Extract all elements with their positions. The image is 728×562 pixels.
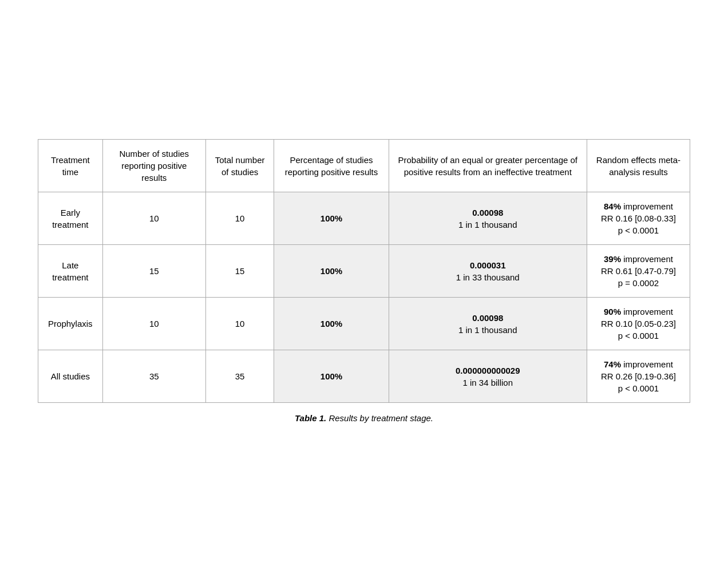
- col-header-meta: Random effects meta-analysis results: [587, 140, 690, 192]
- caption-text: Results by treatment stage.: [329, 413, 433, 423]
- cell-treatment: Prophylaxis: [38, 298, 103, 350]
- cell-meta-analysis: 39% improvementRR 0.61 [0.47-0.79]p = 0.…: [587, 245, 690, 298]
- cell-percentage: 100%: [274, 245, 389, 298]
- col-header-probability: Probability of an equal or greater perce…: [389, 140, 587, 192]
- cell-percentage: 100%: [274, 350, 389, 403]
- cell-percentage: 100%: [274, 298, 389, 350]
- cell-positive-studies: 10: [102, 298, 205, 350]
- table-row: Early treatment1010100%0.000981 in 1 tho…: [38, 192, 690, 245]
- cell-treatment: All studies: [38, 350, 103, 403]
- cell-total-studies: 35: [205, 350, 274, 403]
- cell-treatment: Late treatment: [38, 245, 103, 298]
- header-row: Treatment time Number of studies reporti…: [38, 140, 690, 192]
- cell-probability: 0.000981 in 1 thousand: [389, 298, 587, 350]
- table-row: Prophylaxis1010100%0.000981 in 1 thousan…: [38, 298, 690, 350]
- col-header-percentage: Percentage of studies reporting positive…: [274, 140, 389, 192]
- cell-total-studies: 10: [205, 192, 274, 245]
- cell-total-studies: 15: [205, 245, 274, 298]
- table-row: All studies3535100%0.0000000000291 in 34…: [38, 350, 690, 403]
- cell-meta-analysis: 74% improvementRR 0.26 [0.19-0.36]p < 0.…: [587, 350, 690, 403]
- col-header-treatment: Treatment time: [38, 140, 103, 192]
- results-table: Treatment time Number of studies reporti…: [38, 139, 690, 403]
- table-caption: Table 1. Results by treatment stage.: [38, 413, 690, 423]
- cell-treatment: Early treatment: [38, 192, 103, 245]
- table-row: Late treatment1515100%0.0000311 in 33 th…: [38, 245, 690, 298]
- cell-meta-analysis: 84% improvementRR 0.16 [0.08-0.33]p < 0.…: [587, 192, 690, 245]
- cell-positive-studies: 15: [102, 245, 205, 298]
- col-header-total-studies: Total number of studies: [205, 140, 274, 192]
- cell-positive-studies: 10: [102, 192, 205, 245]
- cell-positive-studies: 35: [102, 350, 205, 403]
- col-header-positive-studies: Number of studies reporting positive res…: [102, 140, 205, 192]
- cell-total-studies: 10: [205, 298, 274, 350]
- cell-probability: 0.0000311 in 33 thousand: [389, 245, 587, 298]
- page-wrapper: Treatment time Number of studies reporti…: [21, 122, 707, 440]
- cell-percentage: 100%: [274, 192, 389, 245]
- cell-probability: 0.0000000000291 in 34 billion: [389, 350, 587, 403]
- cell-meta-analysis: 90% improvementRR 0.10 [0.05-0.23]p < 0.…: [587, 298, 690, 350]
- caption-label: Table 1.: [295, 413, 326, 423]
- cell-probability: 0.000981 in 1 thousand: [389, 192, 587, 245]
